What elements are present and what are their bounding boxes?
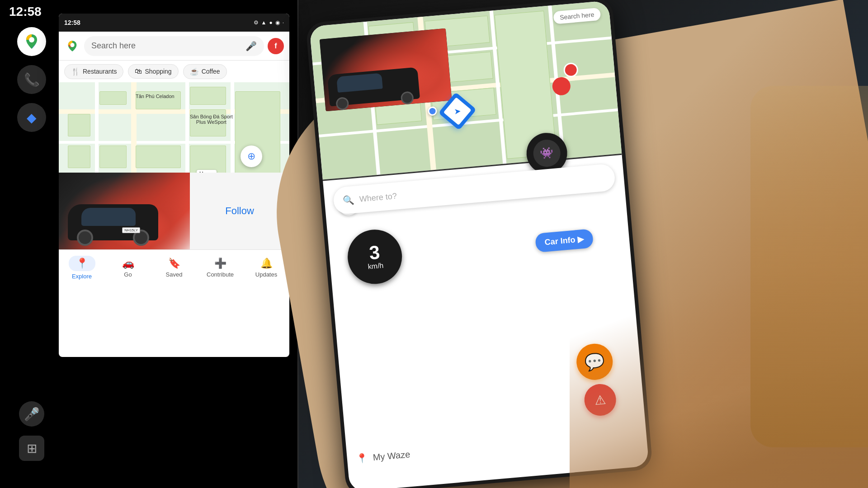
- explore-icon: 📍: [76, 258, 88, 269]
- phone-car-window: [336, 73, 383, 93]
- android-auto-screen: 12:58 ⚙ ▲ ● ◉ · Search here: [59, 14, 289, 357]
- waze-car-info-button[interactable]: Car Info ▶: [535, 229, 594, 253]
- bottom-nav: 📍 Explore 🚗 Go 🔖 Saved ➕ Contribute 🔔 Up…: [59, 249, 289, 286]
- map-area[interactable]: Tân Phú Celadon Sân Bóng Đá SportPlus We…: [59, 82, 289, 249]
- search-placeholder: Search here: [91, 41, 242, 51]
- svg-point-2: [70, 43, 74, 47]
- category-chips: 🍴 Restaurants 🛍 Shopping ☕ Coffee: [59, 61, 289, 82]
- waze-search-placeholder: Where to?: [359, 191, 397, 204]
- nav-app-icon[interactable]: ◆: [17, 103, 46, 132]
- microphone-icon: 🎤: [24, 407, 40, 422]
- crosshair-icon: ⊕: [247, 150, 255, 162]
- waze-alert-button[interactable]: ⚠: [583, 383, 618, 417]
- locate-me-button[interactable]: ⊕: [241, 145, 262, 167]
- waze-my-waze-label: My Waze: [373, 449, 410, 463]
- nav-explore-label: Explore: [72, 273, 92, 280]
- nav-go[interactable]: 🚗 Go: [105, 250, 151, 286]
- grid-icon: ⊞: [27, 441, 37, 456]
- waze-map-top: Search here: [309, 0, 622, 180]
- waze-chat-button[interactable]: 💬: [575, 342, 614, 381]
- maps-app-icon[interactable]: [17, 27, 46, 56]
- nav-explore[interactable]: 📍 Explore: [59, 250, 105, 286]
- follow-card[interactable]: Follow: [190, 173, 289, 249]
- chip-coffee[interactable]: ☕ Coffee: [183, 64, 227, 79]
- chip-restaurants-label: Restaurants: [83, 68, 117, 75]
- saved-icon: 🔖: [168, 258, 180, 269]
- shopping-icon: 🛍: [135, 67, 142, 75]
- phone-app-icon[interactable]: 📞: [17, 65, 46, 94]
- status-icons: ⚙ ▲ ● ◉ ·: [254, 19, 284, 26]
- chip-shopping[interactable]: 🛍 Shopping: [128, 64, 178, 79]
- car-smoke-photo: NH15LY: [59, 173, 190, 249]
- left-sidebar: 📞 ◆: [9, 27, 54, 132]
- waze-avatar-inner: 👾: [532, 139, 561, 168]
- chevron-right-icon: ➤: [453, 106, 461, 116]
- map-label-sport: Sân Bóng Đá SportPlus WeSport: [190, 114, 233, 125]
- maps-logo: [64, 38, 80, 54]
- map-block-2: [99, 91, 127, 105]
- speed-unit: km/h: [368, 262, 384, 271]
- waze-search-icon: 🔍: [342, 194, 354, 206]
- car-body: NH15LY: [68, 204, 158, 240]
- map-label-tpc: Tân Phú Celadon: [136, 94, 175, 99]
- map-block-1: [68, 114, 90, 136]
- nav-contribute-label: Contribute: [207, 271, 234, 278]
- mic-icon[interactable]: 🎤: [245, 41, 257, 52]
- license-plate: NH15LY: [122, 227, 140, 233]
- search-input[interactable]: Search here 🎤: [84, 36, 264, 56]
- map-block-4: [190, 87, 226, 105]
- coffee-icon: ☕: [190, 67, 199, 76]
- search-bar: Search here 🎤 f: [59, 32, 289, 61]
- car-info-label: Car Info ▶: [544, 235, 584, 247]
- svg-point-1: [29, 37, 34, 42]
- contribute-icon: ➕: [214, 258, 226, 269]
- nav-saved-label: Saved: [166, 271, 183, 278]
- phone-nav-diamond-inner: ➤: [443, 97, 472, 125]
- waze-alert-icon: ⚠: [594, 392, 607, 408]
- car-time: 12:58: [9, 5, 42, 19]
- chat-icon: 💬: [584, 352, 605, 372]
- go-icon: 🚗: [122, 258, 134, 269]
- nav-saved[interactable]: 🔖 Saved: [151, 250, 197, 286]
- waze-monster-icon: 👾: [539, 146, 554, 160]
- car-wheel-left: [77, 230, 93, 246]
- map-block-8: [136, 145, 181, 168]
- user-avatar[interactable]: f: [268, 38, 284, 54]
- nav-updates-label: Updates: [255, 271, 277, 278]
- follow-label: Follow: [225, 205, 254, 217]
- waze-my-waze[interactable]: 📍 My Waze: [356, 449, 410, 464]
- nav-go-label: Go: [124, 271, 132, 278]
- speed-badge: 3 km/h: [345, 227, 404, 286]
- phone-container: Search here: [289, 0, 868, 488]
- grid-menu-button[interactable]: ⊞: [19, 436, 44, 461]
- car-display: 12:58 📞 ◆ 12:58 ⚙ ▲: [0, 0, 298, 488]
- car-image-card: NH15LY: [59, 173, 190, 249]
- restaurants-icon: 🍴: [71, 67, 80, 76]
- phone-device: Search here: [306, 0, 653, 488]
- updates-icon: 🔔: [260, 258, 273, 269]
- phone-search-here[interactable]: Search here: [553, 8, 601, 24]
- waze-pin-icon: 📍: [356, 452, 368, 464]
- map-block-7: [99, 145, 127, 168]
- car-window: [81, 208, 136, 226]
- speed-number: 3: [368, 243, 381, 263]
- chip-coffee-label: Coffee: [202, 68, 220, 75]
- status-time: 12:58: [64, 19, 80, 26]
- nav-explore-bg: 📍: [69, 256, 95, 271]
- phone-screen: Search here: [309, 0, 649, 488]
- chip-shopping-label: Shopping: [145, 68, 171, 75]
- phone-car-smoke: [320, 28, 452, 112]
- chip-restaurants[interactable]: 🍴 Restaurants: [64, 64, 123, 79]
- map-block-6: [68, 145, 90, 168]
- nav-contribute[interactable]: ➕ Contribute: [197, 250, 243, 286]
- bottom-sidebar: 🎤 ⊞: [9, 401, 54, 461]
- voice-input-button[interactable]: 🎤: [19, 401, 44, 427]
- status-bar: 12:58 ⚙ ▲ ● ◉ ·: [59, 14, 289, 32]
- phone-car-image: [320, 28, 452, 112]
